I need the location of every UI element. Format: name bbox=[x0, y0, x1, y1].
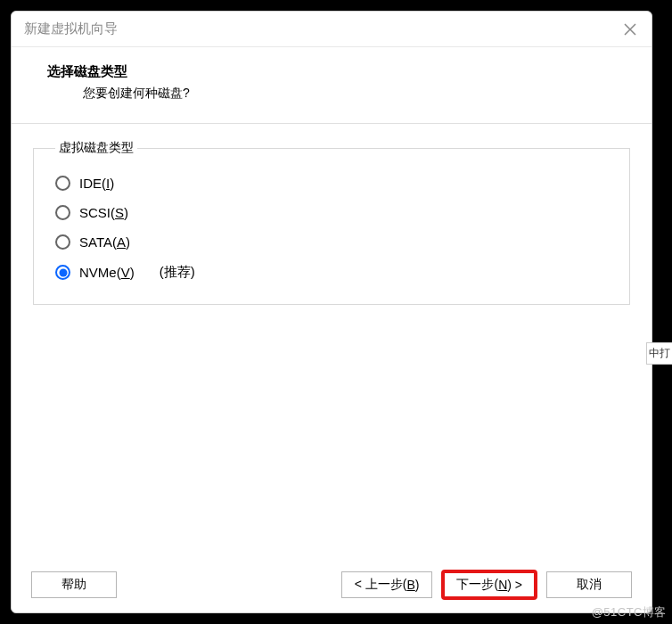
cancel-button[interactable]: 取消 bbox=[546, 571, 632, 598]
option-scsi[interactable]: SCSI(S) bbox=[55, 198, 608, 227]
radio-icon bbox=[55, 205, 70, 220]
option-sata[interactable]: SATA(A) bbox=[55, 227, 608, 257]
radio-icon bbox=[55, 234, 70, 250]
wizard-header: 选择磁盘类型 您要创建何种磁盘? bbox=[12, 47, 652, 124]
group-legend: 虚拟磁盘类型 bbox=[55, 140, 137, 156]
window-title: 新建虚拟机向导 bbox=[24, 21, 118, 37]
option-label: SCSI(S) bbox=[79, 205, 128, 220]
close-icon[interactable] bbox=[621, 21, 639, 38]
wizard-footer: 帮助 < 上一步(B) 下一步(N) > 取消 bbox=[12, 561, 652, 612]
disk-type-group: 虚拟磁盘类型 IDE(I) SCSI(S) SATA(A) NVMe(V) (推… bbox=[33, 140, 630, 305]
option-label: SATA(A) bbox=[79, 234, 130, 250]
page-subtitle: 您要创建何种磁盘? bbox=[47, 86, 616, 102]
next-button[interactable]: 下一步(N) > bbox=[443, 571, 536, 598]
radio-icon bbox=[55, 176, 70, 191]
back-button[interactable]: < 上一步(B) bbox=[341, 571, 433, 598]
option-label: NVMe(V) bbox=[79, 265, 135, 280]
recommended-label: (推荐) bbox=[160, 264, 195, 281]
radio-icon bbox=[55, 265, 70, 280]
page-title: 选择磁盘类型 bbox=[47, 63, 616, 80]
option-nvme[interactable]: NVMe(V) (推荐) bbox=[55, 257, 608, 288]
option-label: IDE(I) bbox=[79, 176, 114, 191]
option-ide[interactable]: IDE(I) bbox=[55, 168, 608, 198]
wizard-window: 新建虚拟机向导 选择磁盘类型 您要创建何种磁盘? 虚拟磁盘类型 IDE(I) S… bbox=[11, 11, 652, 613]
wizard-content: 虚拟磁盘类型 IDE(I) SCSI(S) SATA(A) NVMe(V) (推… bbox=[12, 124, 652, 561]
titlebar: 新建虚拟机向导 bbox=[12, 12, 652, 47]
side-tab-fragment: 中打 bbox=[646, 342, 672, 365]
help-button[interactable]: 帮助 bbox=[31, 571, 117, 598]
